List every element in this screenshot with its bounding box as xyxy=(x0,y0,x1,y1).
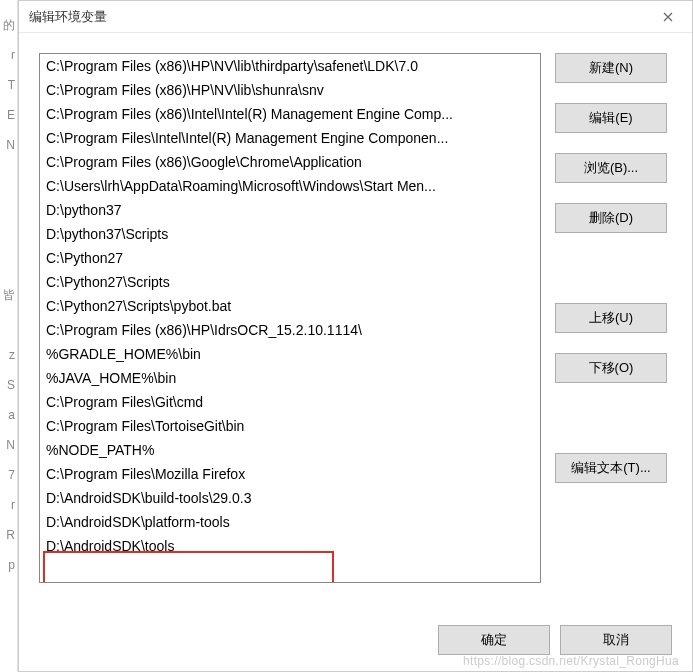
button-column: 新建(N) 编辑(E) 浏览(B)... 删除(D) 上移(U) 下移(O) 编… xyxy=(555,53,667,583)
list-item[interactable]: C:\Python27\Scripts xyxy=(40,270,540,294)
list-item[interactable]: D:\AndroidSDK\platform-tools xyxy=(40,510,540,534)
list-item[interactable]: %JAVA_HOME%\bin xyxy=(40,366,540,390)
move-up-button[interactable]: 上移(U) xyxy=(555,303,667,333)
dialog-title: 编辑环境变量 xyxy=(29,8,107,26)
new-button[interactable]: 新建(N) xyxy=(555,53,667,83)
list-item[interactable]: C:\Python27 xyxy=(40,246,540,270)
edit-button[interactable]: 编辑(E) xyxy=(555,103,667,133)
path-list-container: C:\Program Files (x86)\HP\NV\lib\thirdpa… xyxy=(39,53,541,583)
list-item[interactable]: D:\AndroidSDK\build-tools\29.0.3 xyxy=(40,486,540,510)
list-item[interactable]: C:\Program Files (x86)\Intel\Intel(R) Ma… xyxy=(40,102,540,126)
move-down-button[interactable]: 下移(O) xyxy=(555,353,667,383)
list-item[interactable]: C:\Program Files\Git\cmd xyxy=(40,390,540,414)
dialog-footer: 确定 取消 xyxy=(438,625,672,655)
list-item[interactable]: %NODE_PATH% xyxy=(40,438,540,462)
list-item[interactable]: C:\Program Files (x86)\HP\NV\lib\shunra\… xyxy=(40,78,540,102)
edit-text-button[interactable]: 编辑文本(T)... xyxy=(555,453,667,483)
browse-button[interactable]: 浏览(B)... xyxy=(555,153,667,183)
list-item[interactable]: C:\Python27\Scripts\pybot.bat xyxy=(40,294,540,318)
spacer xyxy=(555,253,667,283)
list-item[interactable]: D:\python37 xyxy=(40,198,540,222)
list-item[interactable]: C:\Program Files (x86)\HP\NV\lib\thirdpa… xyxy=(40,54,540,78)
list-item[interactable]: D:\AndroidSDK\tools xyxy=(40,534,540,558)
delete-button[interactable]: 删除(D) xyxy=(555,203,667,233)
spacer xyxy=(555,403,667,433)
list-item[interactable]: D:\python37\Scripts xyxy=(40,222,540,246)
path-listbox[interactable]: C:\Program Files (x86)\HP\NV\lib\thirdpa… xyxy=(40,54,540,582)
list-item[interactable]: C:\Program Files (x86)\HP\IdrsOCR_15.2.1… xyxy=(40,318,540,342)
list-item[interactable]: C:\Program Files\TortoiseGit\bin xyxy=(40,414,540,438)
list-item[interactable]: C:\Program Files (x86)\Google\Chrome\App… xyxy=(40,150,540,174)
ok-button[interactable]: 确定 xyxy=(438,625,550,655)
list-item[interactable]: %GRADLE_HOME%\bin xyxy=(40,342,540,366)
close-button[interactable] xyxy=(652,5,684,29)
cancel-button[interactable]: 取消 xyxy=(560,625,672,655)
list-item[interactable]: C:\Program Files\Intel\Intel(R) Manageme… xyxy=(40,126,540,150)
background-window-edge: 的rTEN皆zSaN7rRp xyxy=(0,0,18,672)
list-item[interactable]: C:\Users\lrh\AppData\Roaming\Microsoft\W… xyxy=(40,174,540,198)
close-icon xyxy=(663,12,673,22)
titlebar: 编辑环境变量 xyxy=(19,1,692,33)
edit-environment-variable-dialog: 编辑环境变量 C:\Program Files (x86)\HP\NV\lib\… xyxy=(18,0,693,672)
dialog-content: C:\Program Files (x86)\HP\NV\lib\thirdpa… xyxy=(19,33,692,597)
list-item[interactable]: C:\Program Files\Mozilla Firefox xyxy=(40,462,540,486)
